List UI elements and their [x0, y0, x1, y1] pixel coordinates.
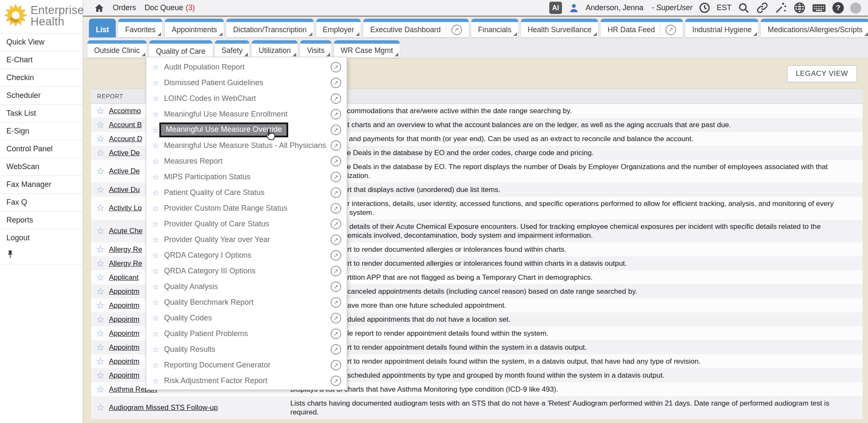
report-link[interactable]: Acute Che — [109, 227, 142, 235]
legacy-view-button[interactable]: LEGACY VIEW — [787, 65, 857, 82]
favorite-star-icon[interactable]: ☆ — [91, 343, 109, 352]
open-in-new-icon[interactable]: ↗ — [331, 62, 341, 72]
open-in-new-icon[interactable]: ↗ — [331, 313, 341, 323]
tab-outside-clinic[interactable]: Outside Clinic — [87, 40, 147, 58]
report-link[interactable]: Allergy Re — [109, 245, 142, 253]
menu-item-patient-quality-of-care-status[interactable]: ☆Patient Quality of Care Status↗ — [146, 185, 347, 200]
sidebar-item-reports[interactable]: Reports — [0, 211, 83, 229]
app-logo[interactable]: EnterpriseHealth — [0, 0, 83, 33]
open-in-new-icon[interactable]: ↗ — [331, 281, 341, 292]
report-link[interactable]: Activity Lo — [109, 204, 142, 212]
open-in-new-icon[interactable]: ↗ — [331, 156, 341, 167]
report-link[interactable]: Allergy Re — [109, 259, 142, 267]
favorite-star-icon[interactable]: ☆ — [152, 267, 164, 275]
menu-item-qrda-category-i-options[interactable]: ☆QRDA Category I Options↗ — [146, 248, 347, 263]
open-in-new-icon[interactable]: ↗ — [331, 266, 341, 276]
sidebar-item-checkin[interactable]: Checkin — [0, 69, 83, 86]
favorite-star-icon[interactable]: ☆ — [152, 377, 164, 385]
favorite-star-icon[interactable]: ☆ — [152, 189, 164, 197]
sidebar-item-scheduler[interactable]: Scheduler — [0, 86, 83, 104]
menu-item-reporting-document-generator[interactable]: ☆Reporting Document Generator↗ — [146, 357, 347, 373]
report-link[interactable]: Appointm — [109, 343, 139, 351]
favorite-star-icon[interactable]: ☆ — [91, 403, 109, 412]
report-link[interactable]: Applicant — [109, 273, 139, 281]
menu-item-provider-custom-date-range-status[interactable]: ☆Provider Custom Date Range Status↗ — [146, 200, 347, 216]
sidebar-item-task-list[interactable]: Task List — [0, 104, 83, 122]
favorite-star-icon[interactable]: ☆ — [91, 134, 109, 144]
open-in-new-icon[interactable]: ↗ — [331, 234, 341, 245]
report-link[interactable]: Appointm — [109, 287, 139, 295]
tab-health-surveillance[interactable]: Health Surveillance — [521, 19, 598, 37]
open-in-new-icon[interactable]: ↗ — [331, 109, 341, 120]
menu-item-quality-benchmark-report[interactable]: ☆Quality Benchmark Report↗ — [146, 295, 347, 310]
report-link[interactable]: Accommo — [109, 107, 141, 115]
favorite-star-icon[interactable]: ☆ — [152, 346, 164, 353]
favorite-star-icon[interactable]: ☆ — [152, 299, 164, 306]
tab-utilization[interactable]: Utilization — [252, 40, 298, 58]
favorite-star-icon[interactable]: ☆ — [152, 314, 164, 322]
tab-financials[interactable]: Financials — [471, 19, 518, 37]
sidebar-item-e-sign[interactable]: E-Sign — [0, 122, 83, 140]
favorite-star-icon[interactable]: ☆ — [91, 301, 109, 310]
external-link-icon[interactable]: ↗ — [665, 25, 676, 35]
user-icon[interactable] — [568, 3, 579, 14]
tab-executive-dashboard[interactable]: Executive Dashboard↗ — [363, 19, 468, 37]
open-in-new-icon[interactable]: ↗ — [331, 93, 341, 104]
ai-badge[interactable]: AI — [549, 2, 562, 14]
report-link[interactable]: Appointm — [109, 357, 139, 365]
menu-item-loinc-codes-in-webchart[interactable]: ☆LOINC Codes in WebChart↗ — [146, 91, 347, 106]
favorite-star-icon[interactable]: ☆ — [91, 203, 109, 213]
favorite-star-icon[interactable]: ☆ — [152, 252, 164, 259]
report-link[interactable]: Active De — [109, 149, 140, 157]
favorite-star-icon[interactable]: ☆ — [91, 329, 109, 338]
menu-item-quality-analysis[interactable]: ☆Quality Analysis↗ — [146, 279, 347, 295]
sidebar-item-webscan[interactable]: WebScan — [0, 158, 83, 175]
report-link[interactable]: Appointm — [109, 329, 139, 337]
favorite-star-icon[interactable]: ☆ — [152, 330, 164, 338]
favorite-star-icon[interactable]: ☆ — [91, 287, 109, 296]
menu-item-meaningful-use-measure-enrollment[interactable]: ☆Meaningful Use Measure Enrollment↗ — [146, 106, 347, 122]
keyboard-icon[interactable] — [812, 3, 826, 14]
open-in-new-icon[interactable]: ↗ — [331, 297, 341, 308]
tab-visits[interactable]: Visits — [300, 40, 331, 58]
sidebar-item-e-chart[interactable]: E-Chart — [0, 51, 83, 69]
menu-item-mips-participation-status[interactable]: ☆MIPS Participation Status↗ — [146, 169, 347, 185]
open-in-new-icon[interactable]: ↗ — [331, 344, 341, 355]
favorite-star-icon[interactable]: ☆ — [152, 173, 164, 181]
favorite-star-icon[interactable]: ☆ — [91, 245, 109, 254]
menu-item-audit-population-report[interactable]: ☆Audit Population Report↗ — [146, 59, 347, 75]
breadcrumb-orders[interactable]: Orders — [113, 3, 136, 12]
favorite-star-icon[interactable]: ☆ — [91, 357, 109, 366]
tab-favorites[interactable]: Favorites — [118, 19, 162, 37]
report-link[interactable]: Appointm — [109, 301, 139, 309]
favorite-star-icon[interactable]: ☆ — [152, 64, 164, 71]
favorite-star-icon[interactable]: ☆ — [152, 236, 164, 244]
favorite-star-icon[interactable]: ☆ — [91, 371, 109, 380]
sidebar-item-logout[interactable]: Logout — [0, 229, 83, 247]
open-in-new-icon[interactable]: ↗ — [331, 376, 341, 386]
favorite-star-icon[interactable]: ☆ — [152, 95, 164, 103]
tab-employer[interactable]: Employer — [316, 19, 361, 37]
sidebar-item-fax-manager[interactable]: Fax Manager — [0, 175, 83, 193]
menu-item-measures-report[interactable]: ☆Measures Report↗ — [146, 153, 347, 169]
menu-item-meaningful-use-measure-status-all-physicians[interactable]: ☆Meaningful Use Measure Status - All Phy… — [146, 138, 347, 153]
menu-item-qrda-category-iii-options[interactable]: ☆QRDA Category III Options↗ — [146, 263, 347, 279]
avatar[interactable] — [850, 3, 861, 14]
favorite-star-icon[interactable]: ☆ — [91, 226, 109, 236]
menu-item-dismissed-patient-guidelines[interactable]: ☆Dismissed Patient Guidelines↗ — [146, 75, 347, 91]
report-link[interactable]: Active Du — [109, 186, 140, 194]
open-in-new-icon[interactable]: ↗ — [331, 140, 341, 151]
menu-item-meaningful-use-measure-override[interactable]: ☆Meaningful Use Measure Override↗ — [146, 122, 347, 138]
favorite-star-icon[interactable]: ☆ — [91, 185, 109, 195]
favorite-star-icon[interactable]: ☆ — [91, 106, 109, 116]
tab-medications-allergies-scripts[interactable]: Medications/Allergies/Scripts — [761, 19, 868, 37]
open-in-new-icon[interactable]: ↗ — [331, 172, 341, 182]
search-icon[interactable] — [738, 2, 750, 14]
favorite-star-icon[interactable]: ☆ — [91, 315, 109, 324]
sidebar-pin-toggle[interactable] — [0, 247, 83, 264]
tab-list[interactable]: List — [89, 19, 116, 37]
favorite-star-icon[interactable]: ☆ — [152, 283, 164, 291]
open-in-new-icon[interactable]: ↗ — [331, 78, 341, 88]
open-in-new-icon[interactable]: ↗ — [331, 125, 341, 135]
clock-icon[interactable] — [699, 2, 710, 14]
